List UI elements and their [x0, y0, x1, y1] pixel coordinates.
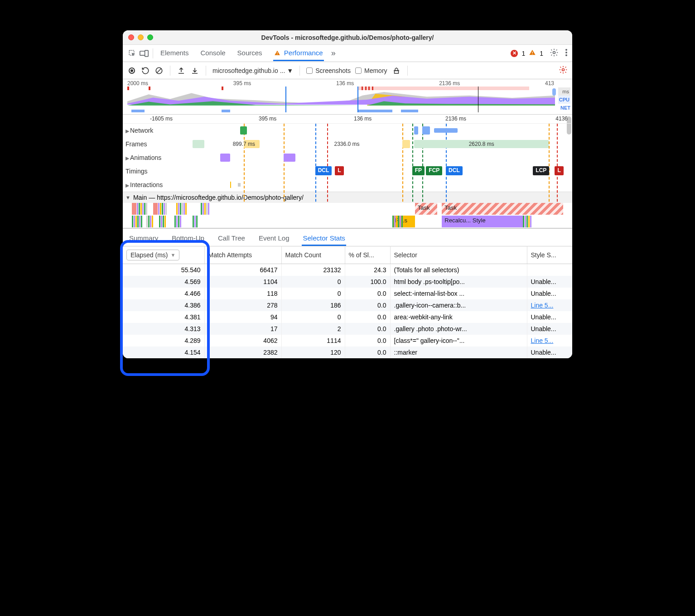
table-row[interactable]: 4.3862781860.0.gallery-icon--camera::b..… [123, 299, 572, 311]
cell-pct: 24.3 [345, 264, 390, 276]
row-animations[interactable]: ▶Animations [123, 151, 572, 164]
more-options-icon[interactable] [565, 48, 568, 58]
svg-rect-15 [394, 71, 398, 73]
cell-count: 2 [281, 323, 345, 335]
cell-selector: ::marker [390, 346, 527, 358]
cell-attempts: 66417 [204, 264, 281, 276]
selector-stats-table: Elapsed (ms)▼ Match Attempts Match Count… [123, 246, 572, 358]
table-row[interactable]: 4.289406211140.0[class*=" gallery-icon--… [123, 335, 572, 346]
timeline-panel[interactable]: -1605 ms 395 ms 136 ms 2136 ms 4136 ▶Net… [123, 115, 572, 229]
tab-performance[interactable]: Performance [273, 45, 324, 61]
cell-pct: 0.0 [345, 323, 390, 335]
upload-icon[interactable] [177, 66, 186, 75]
svg-rect-4 [277, 54, 277, 54]
cell-selector: select:-internal-list-box ... [390, 288, 527, 299]
cell-count: 0 [281, 311, 345, 323]
cell-elapsed: 55.540 [123, 264, 204, 276]
col-selector[interactable]: Selector [390, 246, 527, 264]
maximize-window-button[interactable] [147, 34, 153, 40]
overview-ms-label: ms [558, 87, 570, 96]
download-icon[interactable] [190, 66, 199, 75]
cell-style[interactable]: Line 5... [527, 335, 572, 346]
table-row[interactable]: 4.46611800.0select:-internal-list-box ..… [123, 288, 572, 299]
recording-selector[interactable]: microsoftedge.github.io ... ▼ [212, 67, 293, 74]
settings-icon[interactable] [550, 48, 559, 58]
reload-icon[interactable] [141, 66, 150, 75]
table-row[interactable]: 4.3819400.0area:-webkit-any-linkUnable..… [123, 311, 572, 323]
dropdown-icon: ▼ [287, 67, 293, 74]
capture-settings-icon[interactable] [559, 65, 568, 76]
performance-toolbar: microsoftedge.github.io ... ▼ Screenshot… [123, 62, 572, 79]
cell-attempts: 278 [204, 299, 281, 311]
svg-rect-3 [277, 52, 277, 53]
warning-icon [529, 49, 536, 58]
cell-selector: .gallery-icon--camera::b... [390, 299, 527, 311]
cell-style[interactable]: Line 5... [527, 299, 572, 311]
row-timings[interactable]: Timings DCL L FP FCP DCL LCP L [123, 164, 572, 178]
sort-desc-icon: ▼ [170, 252, 175, 258]
col-attempts[interactable]: Match Attempts [204, 246, 281, 264]
cell-attempts: 17 [204, 323, 281, 335]
error-count[interactable]: 1 [521, 50, 525, 57]
tab-elements[interactable]: Elements [159, 45, 190, 61]
row-network[interactable]: ▶Network [123, 124, 572, 137]
inspect-icon[interactable] [127, 48, 137, 58]
cell-elapsed: 4.569 [123, 276, 204, 288]
svg-point-10 [565, 54, 567, 56]
cell-pct: 0.0 [345, 299, 390, 311]
table-row[interactable]: 4.56911040100.0html body .ps-tooltip[po.… [123, 276, 572, 288]
cell-elapsed: 4.289 [123, 335, 204, 346]
cell-attempts: 94 [204, 311, 281, 323]
col-count[interactable]: Match Count [281, 246, 345, 264]
flame-chart[interactable]: Task Task R...s Recalcu... Style [123, 203, 572, 228]
timeline-ruler: -1605 ms 395 ms 136 ms 2136 ms 4136 [123, 115, 572, 124]
svg-rect-6 [532, 54, 533, 54]
tab-console[interactable]: Console [200, 45, 227, 61]
overview-net-label: NET [558, 104, 570, 112]
row-interactions[interactable]: ▶Interactions [123, 178, 572, 192]
window-title: DevTools - microsoftedge.github.io/Demos… [123, 34, 572, 41]
col-style[interactable]: Style S... [527, 246, 572, 264]
recording-url: microsoftedge.github.io ... [212, 67, 285, 74]
table-row[interactable]: 4.3131720.0.gallery .photo .photo-wr...U… [123, 323, 572, 335]
cell-style: Unable... [527, 311, 572, 323]
overview-handle-right[interactable] [552, 88, 556, 96]
cell-selector: [class*=" gallery-icon--"... [390, 335, 527, 346]
col-elapsed[interactable]: Elapsed (ms)▼ [123, 246, 204, 264]
clear-icon[interactable] [154, 66, 164, 75]
minimize-window-button[interactable] [138, 34, 144, 40]
garbage-collect-icon[interactable] [392, 66, 401, 75]
btab-bottomup[interactable]: Bottom-Up [171, 231, 205, 246]
close-window-button[interactable] [128, 34, 134, 40]
svg-point-9 [565, 52, 567, 53]
svg-line-14 [157, 68, 162, 73]
btab-eventlog[interactable]: Event Log [258, 231, 290, 246]
cell-elapsed: 4.381 [123, 311, 204, 323]
memory-checkbox[interactable]: Memory [355, 67, 387, 74]
overview-panel[interactable]: 2000 ms 395 ms 136 ms 2136 ms 413 [123, 79, 572, 115]
cell-elapsed: 4.313 [123, 323, 204, 335]
cell-pct: 0.0 [345, 346, 390, 358]
details-tabs: Summary Bottom-Up Call Tree Event Log Se… [123, 229, 572, 246]
btab-calltree[interactable]: Call Tree [217, 231, 246, 246]
cell-elapsed: 4.386 [123, 299, 204, 311]
main-toolbar: Elements Console Sources Performance » ✕… [123, 45, 572, 62]
table-row[interactable]: 4.15423821200.0::markerUnable... [123, 346, 572, 358]
cell-count: 23132 [281, 264, 345, 276]
warning-count[interactable]: 1 [540, 50, 543, 57]
screenshots-checkbox[interactable]: Screenshots [306, 67, 351, 74]
cell-count: 120 [281, 346, 345, 358]
col-pct[interactable]: % of Sl... [345, 246, 390, 264]
btab-selector-stats[interactable]: Selector Stats [302, 231, 346, 246]
overview-cpu-label: CPU [558, 96, 570, 104]
cell-style [527, 264, 572, 276]
more-tabs-icon[interactable]: » [331, 48, 336, 58]
btab-summary[interactable]: Summary [128, 231, 159, 246]
tab-sources[interactable]: Sources [236, 45, 263, 61]
record-icon[interactable] [127, 66, 136, 75]
table-row[interactable]: 55.540664172313224.3(Totals for all sele… [123, 264, 572, 276]
device-toggle-icon[interactable] [139, 48, 149, 58]
row-main-header[interactable]: ▼ Main — https://microsoftedge.github.io… [123, 192, 572, 203]
cell-selector: area:-webkit-any-link [390, 311, 527, 323]
row-frames[interactable]: Frames 899.7 ms 2336.0 ms 2620.8 ms [123, 137, 572, 151]
